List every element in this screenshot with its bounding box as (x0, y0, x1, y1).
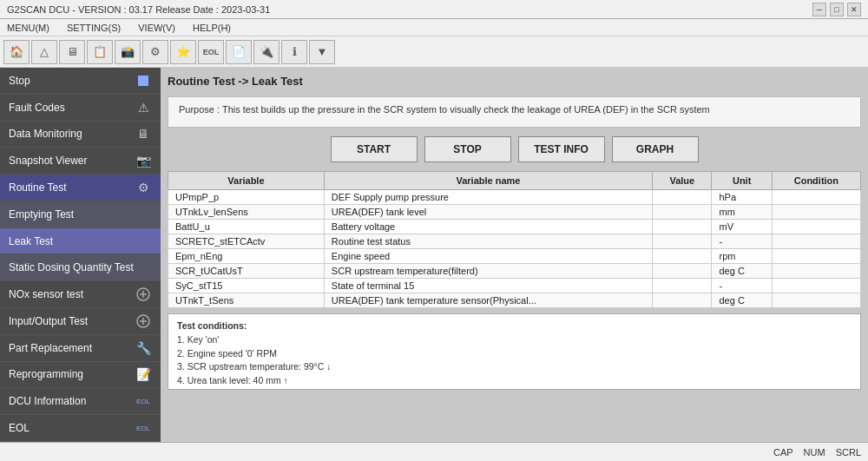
menu-item-menu(m)[interactable]: MENU(M) (3, 23, 53, 33)
sidebar-item-nox-sensor-test[interactable]: NOx sensor test (0, 281, 161, 308)
sidebar-item-snapshot-viewer[interactable]: Snapshot Viewer📷 (0, 148, 161, 175)
sidebar-item-data-monitoring[interactable]: Data Monitoring🖥 (0, 122, 161, 148)
start-button[interactable]: START (331, 136, 418, 162)
purpose-box: Purpose : This test builds up the pressu… (168, 96, 861, 128)
title-bar-controls: ─ □ ✕ (812, 3, 861, 16)
cell-name: UREA(DEF) tank temperature sensor(Physic… (324, 293, 652, 308)
sidebar-item-eol[interactable]: EOLEOL (0, 415, 161, 442)
table-row: UPmpP_pDEF Supply pump pressurehPa (168, 190, 861, 205)
sidebar-item-emptying-test[interactable]: Emptying Test (0, 201, 161, 228)
sidebar-item-dcu-information[interactable]: DCU InformationEOL (0, 388, 161, 415)
cell-condition (772, 293, 860, 308)
test-info-button[interactable]: TEST INFO (518, 136, 605, 162)
sidebar-icon: EOL (135, 392, 152, 410)
menu-item-view(v)[interactable]: VIEW(V) (135, 23, 179, 33)
table-row: SyC_stT15State of terminal 15- (168, 279, 861, 293)
cell-value (653, 205, 712, 220)
table-wrapper: Variable Variable name Value Unit Condit… (168, 171, 861, 308)
toolbar-btn-expand[interactable]: ▼ (309, 40, 335, 64)
table-row: SCRETC_stETCActvRoutine test status- (168, 234, 861, 249)
sidebar-item-input/output-test[interactable]: Input/Output Test (0, 308, 161, 335)
cell-variable: SCR_tUCatUsT (168, 264, 325, 279)
sidebar-label: NOx sensor test (9, 288, 135, 300)
graph-button[interactable]: GRAPH (612, 136, 699, 162)
sidebar-label: Emptying Test (9, 208, 152, 221)
toolbar-btn-8[interactable]: 📄 (226, 40, 252, 64)
sidebar-item-fault-codes[interactable]: Fault Codes⚠ (0, 95, 161, 122)
cell-value (653, 264, 712, 279)
col-variable: Variable (168, 172, 325, 190)
toolbar: 🏠 △ 🖥 📋 📸 ⚙ ⭐ EOL 📄 🔌 ℹ ▼ (0, 36, 868, 68)
sidebar-icon: 📷 (135, 152, 152, 169)
table-row: SCR_tUCatUsTSCR upstream temperature(fil… (168, 264, 861, 279)
sidebar-icon: 🔧 (135, 339, 152, 357)
toolbar-btn-7[interactable]: ⭐ (170, 40, 196, 64)
col-value: Value (653, 172, 712, 190)
sidebar-item-static-dosing-quantity-test[interactable]: Static Dosing Quantity Test (0, 254, 161, 281)
cell-name: DEF Supply pump pressure (324, 190, 652, 205)
menu-item-setting(s)[interactable]: SETTING(S) (63, 23, 124, 33)
sidebar-item-part-replacement[interactable]: Part Replacement🔧 (0, 335, 161, 362)
cell-unit: deg C (712, 293, 772, 308)
sidebar-icon: ⚙ (135, 179, 152, 196)
cell-variable: UTnkT_tSens (168, 293, 325, 308)
status-cap: CAP (773, 447, 793, 458)
cell-value (653, 190, 712, 205)
cell-condition (772, 249, 860, 264)
sidebar-label: Fault Codes (9, 102, 135, 114)
sidebar-label: Stop (9, 75, 135, 87)
content-area: Routine Test -> Leak Test Purpose : This… (161, 68, 868, 442)
title-bar: G2SCAN DCU - VERSION : 03.17 Release Dat… (0, 0, 868, 19)
toolbar-btn-3[interactable]: 🖥 (59, 40, 85, 64)
sidebar-label: Input/Output Test (9, 315, 135, 327)
cell-variable: SCRETC_stETCActv (168, 234, 325, 249)
table-row: BattU_uBattery voltagemV (168, 220, 861, 234)
menu-bar: MENU(M)SETTING(S)VIEW(V)HELP(H) (0, 19, 868, 36)
sidebar-icon (135, 286, 152, 303)
menu-item-help(h)[interactable]: HELP(H) (189, 23, 234, 33)
cell-variable: SyC_stT15 (168, 279, 325, 293)
table-row: UTnkLv_lenSensUREA(DEF) tank levelmm (168, 205, 861, 220)
toolbar-btn-10[interactable]: ℹ (281, 40, 307, 64)
toolbar-btn-9[interactable]: 🔌 (253, 40, 279, 64)
status-bar: CAP NUM SCRL (0, 442, 868, 461)
table-row: Epm_nEngEngine speedrpm (168, 249, 861, 264)
cell-value (653, 220, 712, 234)
toolbar-btn-2[interactable]: △ (31, 40, 57, 64)
toolbar-btn-6[interactable]: ⚙ (142, 40, 168, 64)
condition-line-5: 5. Urea temperature in the urea tank: 0~… (177, 388, 852, 390)
sidebar-label: Routine Test (9, 181, 135, 194)
cell-variable: UTnkLv_lenSens (168, 205, 325, 220)
col-condition: Condition (772, 172, 860, 190)
cell-name: Battery voltage (324, 220, 652, 234)
toolbar-btn-eol[interactable]: EOL (198, 40, 224, 64)
sidebar-icon: 📝 (135, 366, 152, 383)
toolbar-btn-4[interactable]: 📋 (87, 40, 113, 64)
toolbar-btn-1[interactable]: 🏠 (3, 40, 30, 64)
condition-line-4: 4. Urea tank level: 40 mm ↑ (177, 374, 852, 388)
minimize-button[interactable]: ─ (812, 3, 826, 16)
sidebar-item-routine-test[interactable]: Routine Test⚙ (0, 175, 161, 201)
cell-unit: deg C (712, 264, 772, 279)
status-scrl: SCRL (836, 447, 861, 458)
cell-name: State of terminal 15 (324, 279, 652, 293)
sidebar-label: Leak Test (9, 235, 152, 247)
cell-name: SCR upstream temperature(filterd) (324, 264, 652, 279)
maximize-button[interactable]: □ (830, 3, 844, 16)
sidebar-item-stop[interactable]: Stop (0, 68, 161, 95)
cell-unit: rpm (712, 249, 772, 264)
col-variable-name: Variable name (324, 172, 652, 190)
sidebar-item-leak-test[interactable]: Leak Test (0, 228, 161, 255)
cell-name: Engine speed (324, 249, 652, 264)
sidebar-icon: ⚠ (135, 99, 152, 116)
stop-button[interactable]: STOP (424, 136, 511, 162)
close-button[interactable]: ✕ (847, 3, 861, 16)
cell-value (653, 293, 712, 308)
cell-value (653, 279, 712, 293)
cell-unit: mV (712, 220, 772, 234)
sidebar-item-reprogramming[interactable]: Reprogramming📝 (0, 362, 161, 389)
cell-value (653, 234, 712, 249)
sidebar-icon (135, 313, 152, 330)
cell-unit: - (712, 279, 772, 293)
toolbar-btn-5[interactable]: 📸 (115, 40, 141, 64)
